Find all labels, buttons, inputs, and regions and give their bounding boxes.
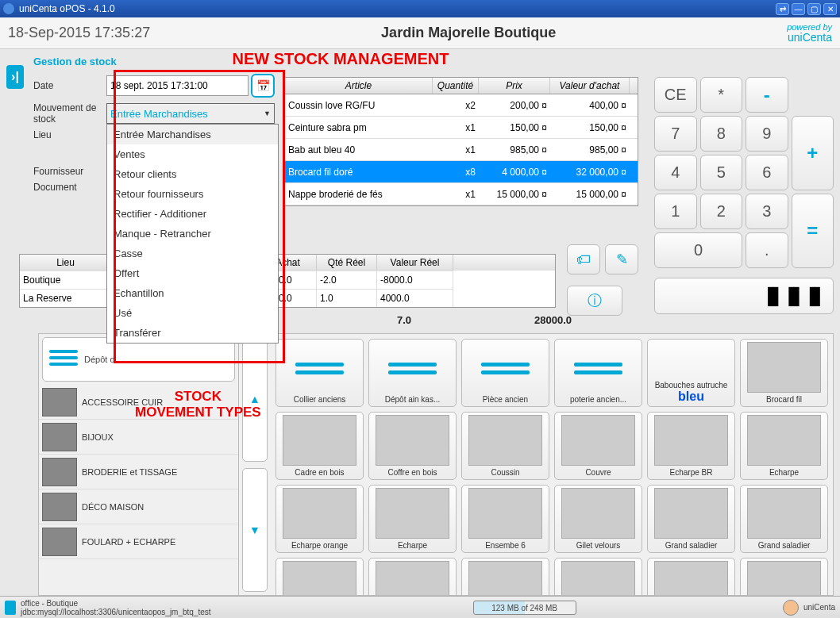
product-tile[interactable]: poterie ancien... — [554, 339, 642, 407]
product-tile[interactable]: Coussin — [461, 412, 549, 480]
product-tile[interactable]: Panneau BR — [740, 558, 828, 595]
product-tile[interactable]: Coffre en bois — [368, 412, 457, 480]
maximize-icon[interactable]: ▢ — [807, 3, 821, 15]
product-tile[interactable]: Dépôt ain kas... — [368, 339, 457, 407]
status-office: office - Boutique — [21, 599, 211, 608]
total-val: 28000.0 — [534, 314, 572, 326]
dropdown-option[interactable]: Casse — [107, 244, 278, 263]
category-item[interactable]: BIJOUX — [39, 420, 238, 455]
product-tile[interactable]: Grand saladier — [647, 485, 735, 553]
product-tile[interactable]: Hayek en soie — [276, 558, 364, 595]
dropdown-option[interactable]: Ventes — [107, 144, 278, 164]
movement-select[interactable]: Entrée Marchandises▼ — [106, 103, 275, 124]
minimize-icon[interactable]: — — [792, 3, 805, 15]
key-eq[interactable]: = — [792, 194, 834, 268]
product-image — [283, 488, 356, 539]
qte-col[interactable]: Qté Réel — [317, 255, 377, 271]
product-image — [376, 488, 449, 539]
key-minus[interactable]: - — [746, 77, 788, 113]
key-1[interactable]: 1 — [654, 194, 697, 229]
dropdown-option[interactable]: Retour clients — [107, 164, 278, 184]
dropdown-option[interactable]: Transférer — [107, 323, 278, 343]
product-image — [283, 561, 356, 595]
sidebar-collapse-button[interactable]: ›| — [6, 65, 24, 89]
key-star[interactable]: * — [700, 77, 743, 113]
item-row[interactable]: Bab aut bleu 40x1985,00 ¤985,00 ¤ — [285, 139, 638, 161]
product-tile[interactable]: Gilet velours — [554, 485, 642, 553]
dropdown-option[interactable]: Rectifier - Additioner — [107, 204, 278, 224]
keypad: CE * - 7 8 9 + 4 5 6 1 2 3 = 0 . — [654, 77, 834, 268]
key-2[interactable]: 2 — [700, 194, 743, 229]
product-tile[interactable]: Mharma chale — [368, 558, 457, 595]
product-image — [468, 488, 542, 539]
product-tile[interactable]: Nappe — [647, 558, 735, 595]
val-col[interactable]: Valeur Réel — [377, 255, 453, 271]
barcode-panel[interactable]: ▐▌▐▌▐▌ — [654, 278, 834, 314]
calendar-button[interactable]: 📅 — [251, 74, 275, 98]
product-tile[interactable]: Echarpe BR — [647, 412, 735, 480]
prod-nav-down[interactable]: ▼ — [242, 468, 268, 593]
product-tile[interactable]: Ensembe 6 — [461, 485, 549, 553]
tag-button[interactable]: 🏷 — [567, 244, 600, 274]
key-ce[interactable]: CE — [654, 77, 697, 113]
close-icon[interactable]: ✕ — [823, 3, 837, 15]
col-article[interactable]: Article — [285, 78, 433, 94]
item-row[interactable]: Coussin love RG/FUx2200,00 ¤400,00 ¤ — [285, 94, 638, 117]
product-tile[interactable]: Cadre en bois — [276, 412, 364, 480]
calendar-icon: 📅 — [256, 79, 270, 92]
key-6[interactable]: 6 — [746, 155, 788, 190]
col-val[interactable]: Valeur d'achat — [550, 78, 630, 94]
dropdown-option[interactable]: Retour fournisseurs — [107, 184, 278, 204]
product-tile[interactable]: Echarpe — [740, 412, 828, 480]
product-tile[interactable]: Collier anciens — [276, 339, 364, 407]
product-tile[interactable]: Echarpe — [368, 485, 457, 553]
movement-dropdown-list: Entrée Marchandises Ventes Retour client… — [106, 124, 279, 344]
items-table: Article Quantité Prix Valeur d'achat Cou… — [284, 77, 638, 206]
key-7[interactable]: 7 — [654, 116, 697, 152]
key-4[interactable]: 4 — [654, 155, 697, 190]
product-tile[interactable]: Brocard fil — [740, 339, 828, 407]
key-3[interactable]: 3 — [746, 194, 788, 229]
product-image — [376, 561, 449, 595]
powered-by: powered byuniCenta — [787, 22, 832, 44]
pencil-icon: ✎ — [616, 251, 628, 268]
key-5[interactable]: 5 — [700, 155, 743, 190]
date-input[interactable] — [106, 75, 249, 96]
product-tile[interactable]: Grand saladier — [740, 485, 828, 553]
product-tile[interactable]: Nappe — [554, 558, 642, 595]
restore-icon[interactable]: ⇄ — [776, 3, 789, 15]
product-tile[interactable]: Couvre — [554, 412, 642, 480]
key-0[interactable]: 0 — [654, 232, 742, 268]
dropdown-option[interactable]: Echantillon — [107, 283, 278, 303]
key-plus[interactable]: + — [792, 116, 834, 190]
key-dot[interactable]: . — [746, 232, 788, 268]
product-image — [654, 561, 728, 595]
dropdown-option[interactable]: Usé — [107, 303, 278, 323]
status-jdbc: jdbc:mysql://localhost:3306/unicentaopos… — [21, 608, 211, 616]
product-image — [561, 561, 635, 595]
lieu-col[interactable]: Lieu — [20, 255, 112, 271]
col-prix[interactable]: Prix — [479, 78, 550, 94]
store-name: Jardin Majorelle Boutique — [150, 25, 787, 41]
category-item[interactable]: BRODERIE et TISSAGE — [39, 455, 238, 489]
product-image — [561, 415, 635, 466]
lieu-row[interactable]: Boutique4000.0-2.0-8000.0 — [20, 271, 555, 289]
product-tile[interactable]: Babouches autruchebleu — [647, 339, 735, 407]
dropdown-option[interactable]: Entrée Marchandises — [107, 125, 278, 144]
item-row[interactable]: Ceinture sabra pmx1150,00 ¤150,00 ¤ — [285, 117, 638, 139]
key-9[interactable]: 9 — [746, 116, 788, 152]
key-8[interactable]: 8 — [700, 116, 743, 152]
category-item[interactable]: DÉCO MAISON — [39, 489, 238, 524]
product-tile[interactable]: Echarpe orange — [276, 485, 364, 553]
dropdown-option[interactable]: Manque - Retrancher — [107, 224, 278, 244]
product-tile[interactable]: Pièce ancien — [461, 339, 549, 407]
edit-button[interactable]: ✎ — [605, 244, 638, 274]
lieu-row[interactable]: La Reserve4000.01.04000.0 — [20, 289, 555, 307]
product-tile[interactable]: Morceau — [461, 558, 549, 595]
info-button[interactable]: ⓘ — [567, 286, 622, 316]
dropdown-option[interactable]: Offert — [107, 263, 278, 283]
col-qty[interactable]: Quantité — [433, 78, 479, 94]
category-item[interactable]: FOULARD + ECHARPE — [39, 524, 238, 559]
item-row[interactable]: Brocard fil doréx84 000,00 ¤32 000,00 ¤ — [285, 161, 638, 183]
item-row[interactable]: Nappe broderié de fésx115 000,00 ¤15 000… — [285, 183, 638, 205]
